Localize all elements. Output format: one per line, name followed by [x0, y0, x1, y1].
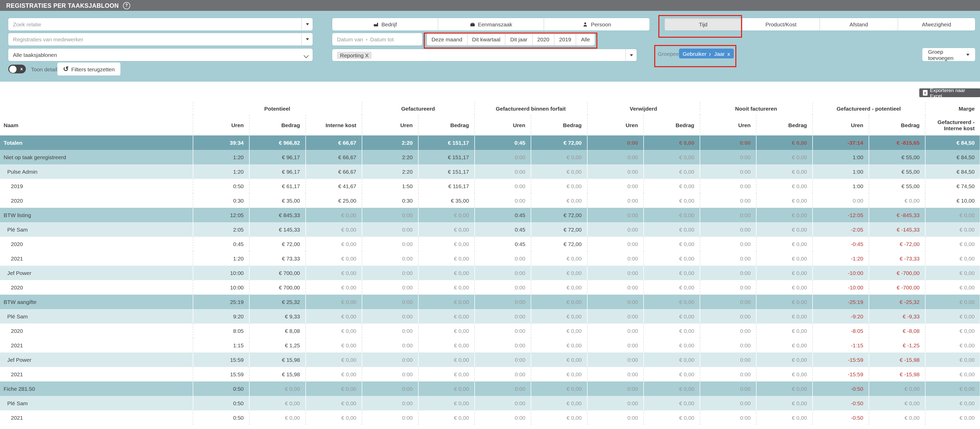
entity-button-eenmanszaak[interactable]: Eenmanszaak [438, 18, 544, 30]
value-cell: € 0,00 [531, 410, 587, 425]
value-cell: € 0,00 [643, 136, 700, 150]
value-cell: € 35,00 [418, 193, 474, 208]
table-row[interactable]: Plé Sam0:50€ 0,00€ 0,000:00€ 0,000:00€ 0… [0, 396, 980, 410]
value-cell: 2:20 [362, 136, 418, 150]
quick-filter-dit-kwartaal[interactable]: Dit kwartaal [467, 33, 505, 45]
value-cell: 0:00 [700, 222, 756, 237]
row-name-cell: 2020 [0, 324, 193, 338]
table-row[interactable]: Niet op taak geregistreerd1:20€ 96,17€ 6… [0, 150, 980, 164]
table-row[interactable]: Jef Power10:00€ 700,00€ 0,000:00€ 0,000:… [0, 266, 980, 280]
value-cell: € 72,00 [531, 222, 587, 237]
table-row[interactable]: Plé Sam9:20€ 9,33€ 0,000:00€ 0,000:00€ 0… [0, 309, 980, 324]
add-group-button[interactable]: Groep toevoegen [923, 48, 975, 61]
value-cell: € 0,00 [643, 295, 700, 309]
table-row[interactable]: 202010:00€ 700,00€ 0,000:00€ 0,000:00€ 0… [0, 280, 980, 295]
table-row[interactable]: BTW aangifte25:19€ 25,32€ 0,000:00€ 0,00… [0, 295, 980, 309]
row-name-cell: Fiche 281.50 [0, 381, 193, 396]
quick-filter-dit-jaar[interactable]: Dit jaar [505, 33, 532, 45]
table-row[interactable]: 20190:50€ 61,17€ 41,671:50€ 116,170:00€ … [0, 179, 980, 193]
table-row[interactable]: Pulse Admin1:20€ 96,17€ 66,672:20€ 151,1… [0, 164, 980, 179]
type-tab-tijd[interactable]: Tijd [665, 18, 742, 30]
value-cell: -1:15 [812, 338, 869, 352]
value-cell: € 0,00 [305, 309, 362, 324]
column-header: Uren [474, 115, 531, 136]
show-details-toggle[interactable]: x [8, 65, 26, 73]
value-cell: € 35,00 [249, 193, 305, 208]
date-range-input[interactable]: Datum van - Datum tot [332, 33, 422, 45]
chevron-down-icon[interactable] [625, 49, 636, 61]
value-cell: € 0,00 [305, 396, 362, 410]
entity-button-bedrijf[interactable]: Bedrijf [332, 18, 438, 30]
value-cell: -10:00 [812, 280, 869, 295]
row-name-cell: Jef Power [0, 352, 193, 367]
type-tab-product-kost[interactable]: Product/Kost [742, 18, 819, 30]
value-cell: € 9,33 [249, 309, 305, 324]
date-quick-filter-group: Deze maand Dit kwartaal Dit jaar 2020 20… [427, 33, 595, 45]
reset-filters-button[interactable]: ↺ Filters terugzetten [57, 62, 120, 75]
value-cell: 10:00 [193, 266, 249, 280]
entity-button-persoon[interactable]: Persoon [544, 18, 649, 30]
value-cell: € 0,00 [531, 193, 587, 208]
value-cell: € 0,00 [531, 280, 587, 295]
value-cell: 0:00 [474, 352, 531, 367]
value-cell: € 0,00 [531, 251, 587, 266]
value-cell: 0:00 [700, 237, 756, 251]
quick-filter-2019[interactable]: 2019 [554, 33, 576, 45]
table-row[interactable]: Plé Sam2:05€ 145,33€ 0,000:00€ 0,000:45€… [0, 222, 980, 237]
quick-filter-2020[interactable]: 2020 [532, 33, 554, 45]
type-tab-afstand[interactable]: Afstand [819, 18, 897, 30]
chevron-down-icon[interactable] [301, 18, 313, 30]
value-cell: 1:15 [193, 338, 249, 352]
reporting-filter-combobox[interactable]: Reporting X [332, 49, 636, 61]
table-row[interactable]: 20208:05€ 8,08€ 0,000:00€ 0,000:00€ 0,00… [0, 324, 980, 338]
relation-search-combobox[interactable]: Zoek relatie [8, 18, 313, 30]
value-cell: € -145,33 [869, 222, 925, 237]
export-excel-button[interactable]: x Exporteren naar Excel [919, 88, 980, 97]
value-cell: 15:59 [193, 367, 249, 381]
table-row[interactable]: 20211:15€ 1,25€ 0,000:00€ 0,000:00€ 0,00… [0, 338, 980, 352]
table-row[interactable]: 20200:30€ 35,00€ 25,000:30€ 35,000:00€ 0… [0, 193, 980, 208]
value-cell: € 0,00 [925, 396, 980, 410]
quick-filter-deze-maand[interactable]: Deze maand [427, 33, 467, 45]
value-cell: € 0,00 [249, 396, 305, 410]
quick-filter-label: 2019 [559, 36, 571, 42]
value-cell: € 0,00 [925, 324, 980, 338]
help-icon[interactable]: ? [123, 2, 130, 9]
value-cell: € 0,00 [756, 324, 812, 338]
row-name-cell: Plé Sam [0, 222, 193, 237]
value-cell: 0:00 [474, 367, 531, 381]
add-group-label: Groep toevoegen [928, 48, 964, 61]
totals-row[interactable]: Totalen39:34€ 966,82€ 66,672:20€ 151,170… [0, 136, 980, 150]
filter-panel: Zoek relatie Registraties van medewerker… [0, 11, 980, 82]
value-cell: € 0,00 [925, 381, 980, 396]
type-tab-afwezigheid[interactable]: Afwezigheid [897, 18, 975, 30]
chevron-down-icon[interactable] [301, 33, 313, 45]
group-tag-jaar[interactable]: Jaar x [711, 49, 733, 58]
employee-registrations-combobox[interactable]: Registraties van medewerker [8, 33, 313, 45]
table-row[interactable]: 20211:20€ 73,33€ 0,000:00€ 0,000:00€ 0,0… [0, 251, 980, 266]
table-row[interactable]: Fiche 281.500:50€ 0,00€ 0,000:00€ 0,000:… [0, 381, 980, 396]
value-cell: € 61,17 [249, 179, 305, 193]
value-cell: -15:59 [812, 367, 869, 381]
value-cell: 0:00 [362, 396, 418, 410]
value-cell: € 0,00 [643, 193, 700, 208]
row-name-cell: Jef Power [0, 266, 193, 280]
remove-tag-icon[interactable]: x [727, 50, 730, 57]
table-row[interactable]: 20210:50€ 0,00€ 0,000:00€ 0,000:00€ 0,00… [0, 410, 980, 425]
table-row[interactable]: BTW listing12:05€ 845,33€ 0,000:00€ 0,00… [0, 208, 980, 222]
task-template-select-value: Alle taaksjablonen [13, 52, 57, 58]
group-tag-gebruiker[interactable]: Gebruiker x [679, 49, 716, 58]
value-cell: € 66,67 [305, 164, 362, 179]
table-row[interactable]: Jef Power15:59€ 15,98€ 0,000:00€ 0,000:0… [0, 352, 980, 367]
table-row[interactable]: 202115:59€ 15,98€ 0,000:00€ 0,000:00€ 0,… [0, 367, 980, 381]
table-row[interactable]: 20200:45€ 72,00€ 0,000:00€ 0,000:45€ 72,… [0, 237, 980, 251]
value-cell: € 0,00 [756, 352, 812, 367]
value-cell: 0:00 [587, 136, 643, 150]
task-template-select[interactable]: Alle taaksjablonen [8, 49, 313, 61]
value-cell: € 0,00 [925, 295, 980, 309]
value-cell: 0:00 [474, 309, 531, 324]
chevron-down-icon [304, 53, 309, 58]
reporting-tag[interactable]: Reporting X [337, 51, 372, 59]
value-cell: € 151,17 [418, 150, 474, 164]
quick-filter-alle[interactable]: Alle [576, 33, 595, 45]
